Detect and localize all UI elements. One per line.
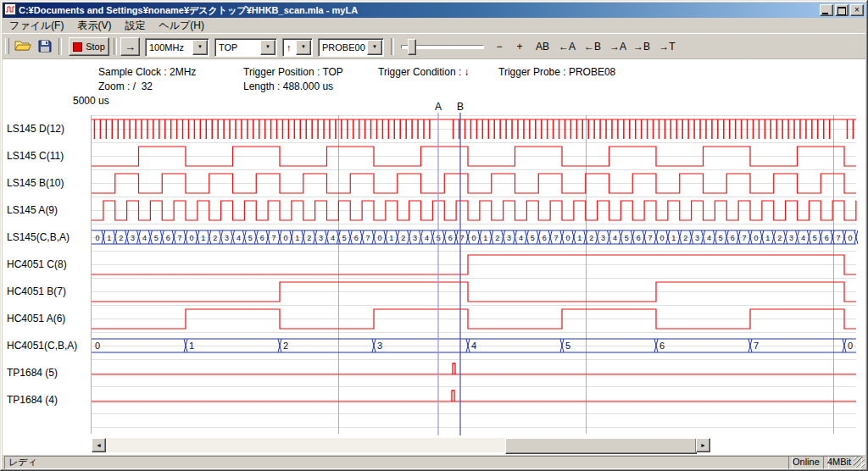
window-title: C:¥Documents and Settings¥noname¥デスクトップ¥… (19, 4, 358, 17)
channel-label-hc4051-bus: HC4051(C,B,A) (7, 340, 77, 352)
stop-icon (73, 42, 82, 52)
toolbar-separator (58, 38, 62, 55)
menu-settings[interactable]: 設定 (118, 18, 152, 34)
toolbar-separator (114, 38, 117, 55)
resize-grip[interactable] (854, 457, 865, 468)
chevron-down-icon[interactable]: ▼ (260, 40, 275, 55)
scroll-right-icon[interactable]: ► (696, 438, 710, 452)
marker-a-label[interactable]: A (431, 101, 446, 113)
minimize-icon (822, 13, 828, 14)
minimize-button[interactable] (820, 4, 833, 16)
menu-file[interactable]: ファイル(F) (3, 18, 70, 34)
sample-clock-info: Sample Clock : 2MHz (98, 66, 196, 78)
trigger-edge-combo[interactable]: ↑ ▼ (282, 38, 313, 57)
open-folder-icon (14, 39, 31, 53)
channel-label-tp1684-4: TP1684 (4) (7, 394, 58, 406)
chevron-down-icon[interactable]: ▼ (367, 40, 382, 55)
zoom-out-button[interactable]: − (491, 37, 508, 56)
menu-help[interactable]: ヘルプ(H) (152, 18, 211, 34)
zoom-info: Zoom : / 32 (98, 80, 153, 92)
toolbar: Stop → 100MHz ▼ TOP ▼ ↑ ▼ PROBE00 ▼ − + … (3, 33, 865, 59)
menu-bar: ファイル(F) 表示(V) 設定 ヘルプ(H) (3, 18, 865, 33)
channel-label-tp1684-5: TP1684 (5) (7, 367, 58, 379)
zoom-slider[interactable] (398, 37, 487, 55)
stop-button[interactable]: Stop (69, 37, 109, 56)
waveform-client-area (3, 58, 865, 455)
floppy-disk-icon (38, 40, 52, 53)
channel-label-ls145-bus: LS145(C,B,A) (7, 231, 70, 243)
chevron-down-icon[interactable]: ▼ (192, 40, 208, 55)
maximize-button[interactable] (835, 4, 849, 16)
channel-label-ls145-b10: LS145 B(10) (7, 177, 64, 189)
run-button[interactable]: → (120, 37, 140, 56)
slider-thumb[interactable] (408, 39, 416, 55)
trigger-position-value: TOP (215, 42, 237, 53)
channel-label-ls145-a9: LS145 A(9) (7, 204, 58, 216)
maximize-icon (837, 7, 846, 15)
sample-clock-value: 100MHz (146, 42, 184, 53)
trigger-probe-info: Trigger Probe : PROBE08 (498, 66, 615, 78)
status-bar: レディ Online 4MBit (3, 455, 865, 468)
channel-label-ls145-d12: LS145 D(12) (7, 123, 64, 135)
stop-label: Stop (86, 42, 105, 52)
zoom-in-button[interactable]: + (511, 37, 528, 56)
horizontal-scrollbar[interactable]: ◄ ► (92, 438, 710, 452)
ab-button[interactable]: AB (531, 37, 554, 56)
goto-b-fwd-button[interactable]: →B (630, 37, 654, 56)
close-icon: × (854, 5, 860, 14)
channel-label-hc4051-b7: HC4051 B(7) (7, 285, 66, 297)
toolbar-separator (391, 38, 394, 55)
goto-b-back-button[interactable]: ←B (581, 37, 604, 56)
time-scale-label: 5000 us (73, 95, 109, 107)
chevron-down-icon[interactable]: ▼ (296, 40, 311, 55)
status-ready: レディ (4, 456, 793, 469)
goto-trigger-button[interactable]: →T (655, 37, 679, 56)
marker-b-label[interactable]: B (453, 101, 468, 113)
scrollbar-thumb[interactable] (505, 438, 697, 454)
length-info: Length : 488.000 us (243, 80, 333, 92)
trigger-probe-value: PROBE00 (319, 42, 365, 53)
title-bar[interactable]: C:¥Documents and Settings¥noname¥デスクトップ¥… (3, 3, 865, 18)
trigger-condition-info: Trigger Condition : ↓ (378, 66, 470, 78)
app-window: C:¥Documents and Settings¥noname¥デスクトップ¥… (0, 0, 868, 471)
channel-label-ls145-c11: LS145 C(11) (7, 150, 64, 162)
app-icon (4, 3, 16, 17)
close-button[interactable]: × (850, 4, 864, 16)
trigger-edge-value: ↑ (283, 42, 292, 53)
trigger-position-info: Trigger Position : TOP (243, 66, 343, 78)
scroll-left-icon[interactable]: ◄ (92, 438, 106, 452)
trigger-position-combo[interactable]: TOP ▼ (214, 38, 277, 57)
menu-view[interactable]: 表示(V) (70, 18, 118, 34)
channel-label-hc4051-a6: HC4051 A(6) (7, 313, 65, 324)
goto-a-fwd-button[interactable]: →A (606, 37, 630, 56)
sample-clock-combo[interactable]: 100MHz ▼ (145, 38, 209, 57)
save-button[interactable] (35, 37, 55, 56)
toolbar-gripper[interactable] (5, 38, 9, 54)
open-button[interactable] (13, 37, 33, 56)
goto-a-back-button[interactable]: ←A (555, 37, 579, 56)
channel-label-hc4051-c8: HC4051 C(8) (7, 258, 67, 270)
trigger-probe-combo[interactable]: PROBE00 ▼ (318, 38, 384, 57)
